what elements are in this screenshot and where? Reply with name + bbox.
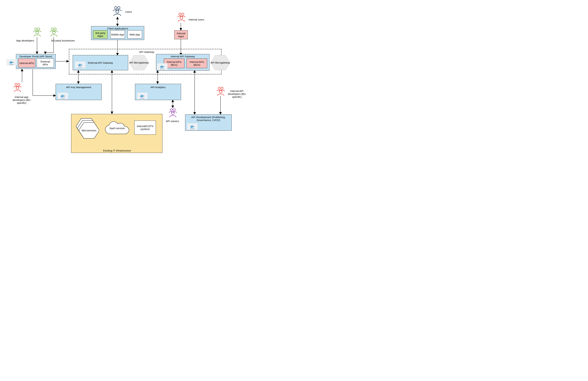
api-microgateway-external: API Microgateway <box>129 55 149 71</box>
docker-text: docker <box>78 66 82 68</box>
api-key-management-label: API Key Management <box>66 86 91 89</box>
internal-app-developers-label: Internal app developers (BU specific) <box>9 96 34 104</box>
svg-rect-42 <box>11 61 11 62</box>
svg-point-33 <box>170 109 173 111</box>
svg-rect-43 <box>11 61 12 62</box>
svg-point-31 <box>18 83 20 86</box>
dev-portal-external-apis-label: External APIs <box>38 60 53 66</box>
svg-point-27 <box>51 28 54 30</box>
svg-rect-56 <box>162 66 163 66</box>
diagram-canvas: Users Internal users App developers 3rd … <box>0 0 272 177</box>
users-label: Users <box>125 10 132 13</box>
internal-api-developers-icon <box>216 86 225 97</box>
docker-icon: docker <box>58 93 68 99</box>
svg-point-32 <box>16 86 19 89</box>
dev-portal-internal-apis: Internal APIs <box>18 59 35 67</box>
svg-point-35 <box>171 112 174 115</box>
web-app-box: Web App <box>127 30 142 39</box>
docker-text: docker <box>190 128 194 129</box>
svg-rect-69 <box>142 95 143 96</box>
svg-point-20 <box>116 10 119 13</box>
internal-app-developers-icon <box>13 82 22 93</box>
api-microgateway-internal: API Microgateway <box>210 55 231 71</box>
svg-rect-62 <box>62 95 63 96</box>
internal-app-developers-text: Internal app developers (BU specific) <box>13 96 30 104</box>
dev-portal-external-apis: External APIs <box>37 59 54 67</box>
api-development-label: API Development (Publishing, Governance,… <box>186 116 231 121</box>
developer-portal-title: Developer Portal (API Store) <box>17 55 55 58</box>
app-developers-label: App developers <box>16 39 34 42</box>
svg-point-19 <box>118 6 120 9</box>
svg-point-28 <box>54 28 56 30</box>
svg-point-23 <box>180 16 183 19</box>
svg-point-21 <box>179 13 181 15</box>
mobile-app-label: Mobile App <box>111 33 124 36</box>
internal-apps-label: Internal Apps <box>175 32 187 38</box>
svg-rect-55 <box>161 66 162 66</box>
api-owners-icon <box>168 108 177 118</box>
internal-cots-systems-box: Internal/COTS systems <box>134 120 156 135</box>
api-analytics-label: API Analytics <box>150 86 166 89</box>
api-gateway-group-label: API Gateway <box>139 50 154 53</box>
docker-text: docker <box>61 97 65 99</box>
third-party-businesses-label: 3rd party businesses <box>51 39 75 42</box>
internal-api-developers-text: Internal API developers (BU specific) <box>228 90 246 98</box>
docker-text: docker <box>140 97 144 99</box>
svg-rect-68 <box>141 95 142 96</box>
third-party-apps-label: 3rd party Apps <box>94 32 107 37</box>
client-applications-title: Client Applications <box>92 27 143 30</box>
svg-point-34 <box>173 109 175 111</box>
api-owners-label: API owners <box>166 120 179 122</box>
microservices-label: Microservices <box>82 129 96 132</box>
internal-api-gateway-title: Internal API Gateway <box>157 55 209 58</box>
docker-icon: docker <box>75 62 85 68</box>
svg-rect-74 <box>191 125 192 126</box>
svg-point-26 <box>36 31 39 34</box>
internal-apis-bu2-label: Internal APIs (BU2) <box>187 60 206 66</box>
external-api-gateway-label: External API Gateway <box>88 61 113 64</box>
svg-rect-49 <box>80 64 81 64</box>
svg-point-37 <box>221 87 223 89</box>
api-microgateway-internal-label: API Microgateway <box>211 61 230 64</box>
svg-point-18 <box>115 6 117 9</box>
docker-text: docker <box>9 64 14 65</box>
svg-point-25 <box>38 28 40 30</box>
docker-icon: docker <box>6 59 17 66</box>
svg-point-22 <box>182 13 184 15</box>
docker-icon: docker <box>187 123 198 130</box>
internal-apps-box: Internal Apps <box>174 30 188 39</box>
internal-cots-systems-label: Internal/COTS systems <box>135 125 155 131</box>
svg-point-38 <box>219 90 222 93</box>
internal-users-label: Internal users <box>189 18 204 21</box>
internal-api-developers-label: Internal API developers (BU specific) <box>225 90 249 98</box>
saas-services-cloud: SaaS services <box>104 120 130 138</box>
internal-users-icon <box>177 12 186 23</box>
mobile-app-box: Mobile App <box>110 30 125 39</box>
existing-it-infra-title: Existing IT infrastructure <box>103 149 131 152</box>
web-app-label: Web App <box>129 33 140 36</box>
internal-apis-bu2-box: Internal APIs (BU2) <box>187 59 207 68</box>
svg-rect-75 <box>192 125 193 126</box>
dev-portal-internal-apis-label: Internal APIs <box>19 62 34 64</box>
users-icon <box>112 5 122 17</box>
svg-rect-63 <box>63 95 63 96</box>
api-microgateway-external-label: API Microgateway <box>129 61 149 64</box>
saas-services-label: SaaS services <box>109 127 125 130</box>
svg-point-29 <box>52 31 55 34</box>
docker-icon: docker <box>157 63 168 70</box>
svg-point-36 <box>218 87 220 89</box>
internal-apis-bu1-label: Internal APIs (BU1) <box>165 60 184 66</box>
docker-text: docker <box>160 68 164 70</box>
third-party-apps-box: 3rd party Apps <box>93 30 108 39</box>
app-developers-icon <box>32 27 42 38</box>
svg-rect-48 <box>79 64 80 64</box>
third-party-businesses-icon <box>49 27 58 38</box>
svg-point-24 <box>35 28 37 30</box>
docker-icon: docker <box>137 93 147 99</box>
svg-point-30 <box>15 83 17 86</box>
microservices-hexagon: Microservices <box>75 118 99 142</box>
